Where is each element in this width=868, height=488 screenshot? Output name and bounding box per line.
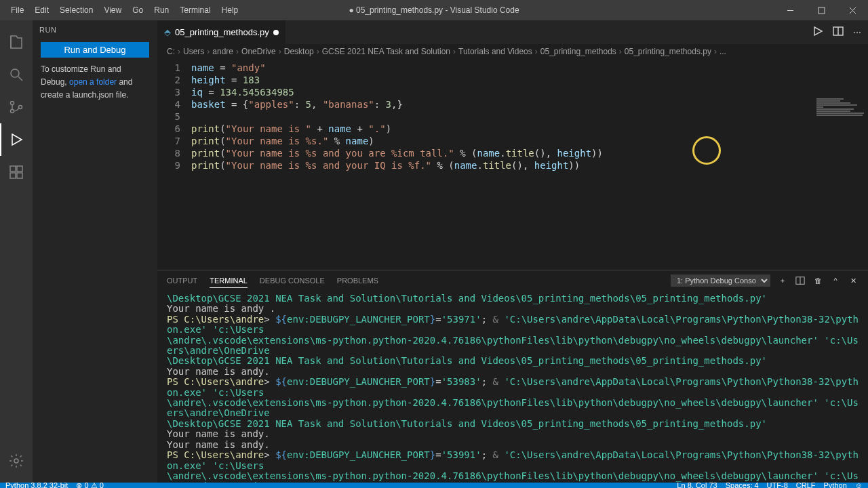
close-panel-icon[interactable]: ✕ — [848, 275, 859, 286]
python-file-icon: ⬘ — [164, 27, 171, 37]
settings-gear-icon[interactable] — [0, 445, 33, 477]
kill-terminal-icon[interactable]: 🗑 — [812, 275, 823, 286]
run-debug-icon[interactable] — [0, 123, 33, 156]
open-folder-link[interactable]: open a folder — [69, 77, 117, 87]
sidebar: RUN Run and Debug To customize Run and D… — [33, 20, 157, 483]
tab-bar: ⬘ 05_printing_methods.py ⋯ — [157, 20, 868, 44]
run-file-icon[interactable] — [812, 26, 823, 39]
modified-indicator-icon — [273, 30, 279, 35]
svg-point-7 — [11, 110, 14, 113]
status-spaces[interactable]: Spaces: 4 — [726, 481, 759, 488]
sidebar-help-text: To customize Run and Debug, open a folde… — [33, 63, 157, 102]
tab-filename: 05_printing_methods.py — [175, 27, 269, 37]
menu-terminal[interactable]: Terminal — [174, 0, 216, 20]
status-encoding[interactable]: UTF-8 — [767, 481, 788, 488]
breadcrumb-segment[interactable]: Tutorials and Videos — [458, 47, 532, 56]
breadcrumb-segment[interactable]: OneDrive — [241, 47, 276, 56]
maximize-panel-icon[interactable]: ^ — [830, 275, 841, 286]
svg-line-5 — [18, 77, 22, 81]
svg-rect-10 — [10, 166, 16, 171]
title-bar: FileEditSelectionViewGoRunTerminalHelp ●… — [0, 0, 868, 20]
breadcrumb-segment[interactable]: Users — [183, 47, 204, 56]
panel-tab-problems[interactable]: PROBLEMS — [337, 274, 378, 287]
editor-tab[interactable]: ⬘ 05_printing_methods.py — [157, 20, 285, 44]
svg-point-4 — [11, 69, 19, 77]
new-terminal-icon[interactable]: + — [777, 275, 788, 286]
panel: OUTPUTTERMINALDEBUG CONSOLEPROBLEMS 1: P… — [157, 270, 868, 483]
svg-rect-12 — [10, 173, 16, 178]
menu-run[interactable]: Run — [149, 0, 174, 20]
status-eol[interactable]: CRLF — [796, 481, 816, 488]
menu-help[interactable]: Help — [216, 0, 244, 20]
minimize-button[interactable] — [774, 0, 806, 20]
breadcrumb-segment[interactable]: 05_printing_methods — [540, 47, 616, 56]
activity-bar — [0, 20, 33, 483]
source-control-icon[interactable] — [0, 91, 33, 123]
panel-tabs: OUTPUTTERMINALDEBUG CONSOLEPROBLEMS 1: P… — [157, 270, 868, 291]
svg-point-14 — [14, 459, 18, 463]
line-gutter: 123456789 — [157, 59, 191, 270]
svg-marker-15 — [814, 27, 822, 35]
extensions-icon[interactable] — [0, 156, 33, 188]
panel-tab-terminal[interactable]: TERMINAL — [210, 274, 248, 288]
menu-edit[interactable]: Edit — [29, 0, 54, 20]
more-actions-icon[interactable]: ⋯ — [853, 28, 861, 37]
menu-view[interactable]: View — [98, 0, 127, 20]
window-title: ● 05_printing_methods.py - Visual Studio… — [349, 5, 519, 15]
status-bar: Python 3.8.2 32-bit ⊗ 0 ⚠ 0 Ln 8, Col 73… — [0, 483, 868, 488]
breadcrumb-segment[interactable]: Desktop — [284, 47, 314, 56]
split-terminal-icon[interactable] — [795, 275, 806, 286]
search-icon[interactable] — [0, 58, 33, 91]
sidebar-header: RUN — [33, 20, 157, 37]
close-button[interactable] — [837, 0, 868, 20]
status-ln-col[interactable]: Ln 8, Col 73 — [677, 481, 717, 488]
svg-point-6 — [11, 102, 14, 105]
breadcrumb-segment[interactable]: andre — [212, 47, 233, 56]
status-python[interactable]: Python 3.8.2 32-bit — [5, 481, 68, 488]
svg-rect-13 — [17, 173, 22, 178]
svg-rect-1 — [818, 7, 825, 14]
breadcrumb-segment[interactable]: C: — [167, 47, 175, 56]
breadcrumb-segment[interactable]: ... — [719, 47, 726, 56]
explorer-icon[interactable] — [0, 26, 33, 58]
panel-tab-output[interactable]: OUTPUT — [167, 274, 197, 287]
maximize-button[interactable] — [806, 0, 837, 20]
split-editor-icon[interactable] — [833, 26, 844, 39]
menu-selection[interactable]: Selection — [54, 0, 98, 20]
breadcrumb-segment[interactable]: GCSE 2021 NEA Task and Solution — [322, 47, 450, 56]
svg-marker-9 — [12, 134, 22, 145]
status-language[interactable]: Python — [824, 481, 847, 488]
menu-go[interactable]: Go — [127, 0, 149, 20]
terminal-output[interactable]: \Desktop\GCSE 2021 NEA Task and Solution… — [157, 291, 868, 483]
breadcrumb-segment[interactable]: 05_printing_methods.py — [625, 47, 711, 56]
terminal-selector[interactable]: 1: Python Debug Conso — [671, 274, 770, 287]
status-feedback-icon[interactable]: ☺ — [855, 481, 863, 488]
code-content[interactable]: name = "andy"height = 183iq = 134.545634… — [191, 59, 603, 270]
menu-bar: FileEditSelectionViewGoRunTerminalHelp — [0, 0, 243, 20]
breadcrumb[interactable]: C:›Users›andre›OneDrive›Desktop›GCSE 202… — [157, 44, 868, 59]
run-and-debug-button[interactable]: Run and Debug — [41, 42, 149, 58]
menu-file[interactable]: File — [5, 0, 29, 20]
code-editor[interactable]: 123456789 name = "andy"height = 183iq = … — [157, 59, 868, 270]
panel-tab-debug-console[interactable]: DEBUG CONSOLE — [260, 274, 325, 287]
editor-area: ⬘ 05_printing_methods.py ⋯ C:›Users›andr… — [157, 20, 868, 483]
svg-rect-11 — [17, 166, 22, 171]
minimap[interactable] — [814, 98, 868, 199]
highlight-ring-icon — [692, 136, 721, 165]
status-problems[interactable]: ⊗ 0 ⚠ 0 — [76, 481, 103, 489]
